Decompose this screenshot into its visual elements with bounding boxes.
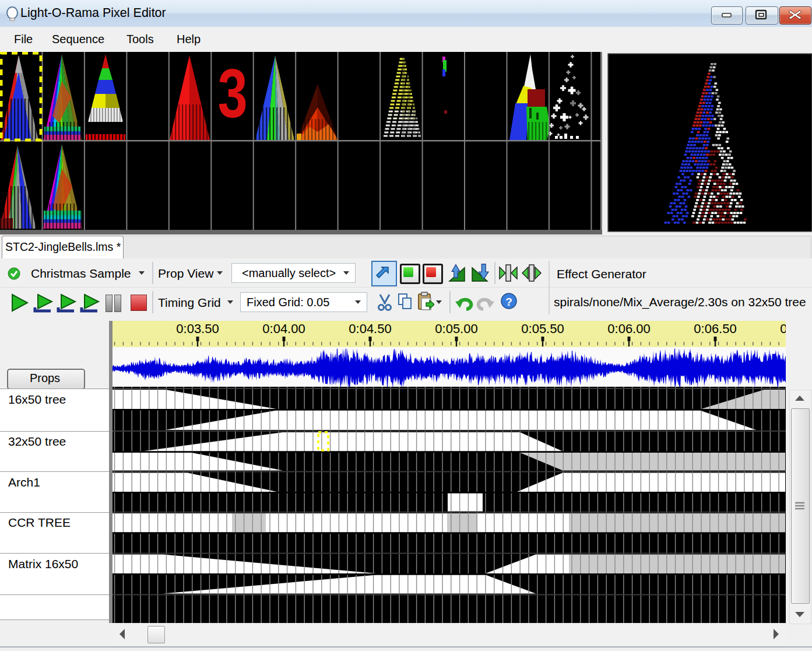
- svg-text:0:07.00: 0:07.00: [780, 321, 786, 336]
- svg-text:0:04.50: 0:04.50: [349, 321, 391, 336]
- svg-text:0:06.00: 0:06.00: [607, 321, 650, 336]
- svg-text:0:05.50: 0:05.50: [521, 321, 564, 336]
- svg-text:3: 3: [217, 55, 247, 132]
- svg-text:?: ?: [505, 296, 512, 308]
- svg-text:0:05.00: 0:05.00: [435, 321, 477, 336]
- svg-text:0:04.00: 0:04.00: [262, 321, 305, 336]
- svg-text:0:03.50: 0:03.50: [176, 321, 219, 336]
- svg-text:0:06.50: 0:06.50: [694, 321, 736, 336]
